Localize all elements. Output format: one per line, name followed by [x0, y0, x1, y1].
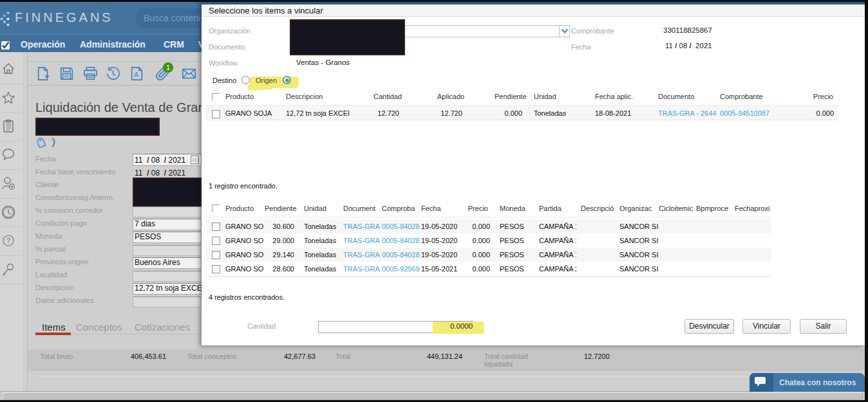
svg-text:A: A [134, 71, 138, 78]
svg-text:?: ? [6, 237, 10, 244]
